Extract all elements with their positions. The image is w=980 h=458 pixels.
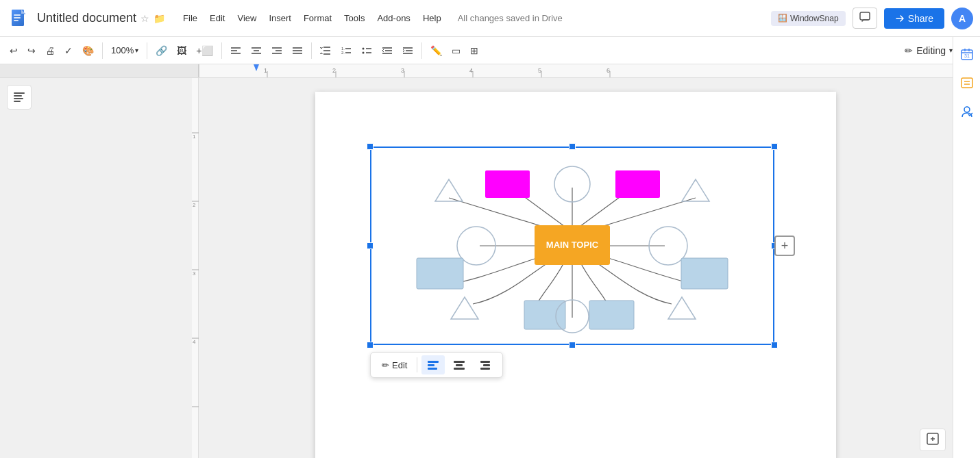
title-area: Untitled document ☆ 📁 — [37, 11, 165, 25]
svg-text:2.: 2. — [341, 51, 345, 55]
handle-br[interactable] — [771, 342, 778, 348]
svg-marker-48 — [254, 64, 259, 71]
comment-button[interactable] — [853, 8, 877, 29]
menu-file[interactable]: File — [177, 10, 203, 26]
decrease-indent-button[interactable] — [378, 42, 397, 59]
menu-tools[interactable]: Tools — [339, 10, 370, 26]
menu-help[interactable]: Help — [417, 10, 447, 26]
spell-check-button[interactable]: ✓ — [60, 42, 77, 59]
toolbar: ↩ ↪ 🖨 ✓ 🎨 100% ▾ 🔗 🖼 +⬜ 1.2. ✏️ ▭ ⊞ — [0, 37, 980, 64]
justify-button[interactable] — [288, 42, 307, 59]
redo-button[interactable]: ↪ — [23, 42, 40, 59]
svg-rect-87 — [454, 361, 465, 363]
toolbar-separator-4 — [311, 42, 312, 59]
svg-text:1: 1 — [264, 67, 267, 74]
svg-point-101 — [964, 107, 970, 112]
print-button[interactable]: 🖨 — [41, 42, 59, 59]
undo-button[interactable]: ↩ — [5, 42, 22, 59]
handle-bl[interactable] — [367, 342, 373, 348]
windowsnap-button[interactable]: 🪟 WindowSnap — [771, 11, 846, 26]
handle-tl[interactable] — [367, 143, 373, 150]
plus-button[interactable]: + — [774, 236, 795, 256]
inline-align-left-button[interactable] — [421, 355, 445, 374]
align-left-button[interactable] — [226, 42, 245, 59]
align-center-button[interactable] — [247, 42, 266, 59]
menu-insert[interactable]: Insert — [263, 10, 297, 26]
image-button[interactable]: 🖼 — [173, 42, 191, 59]
svg-rect-85 — [428, 364, 434, 366]
table-button[interactable]: ⊞ — [466, 42, 482, 59]
inline-align-center-button[interactable] — [448, 355, 471, 374]
svg-rect-58 — [14, 92, 25, 94]
diagram-svg: MAIN TOPIC — [370, 147, 774, 345]
folder-icon[interactable]: 📁 — [154, 13, 165, 24]
handle-ml[interactable] — [367, 242, 373, 249]
editing-mode-button[interactable]: ✏ Editing ▾ — [899, 42, 958, 59]
toolbar-separator-3 — [221, 42, 222, 59]
svg-rect-3 — [14, 17, 21, 18]
numbered-list-button[interactable]: 1.2. — [336, 42, 356, 59]
menu-view[interactable]: View — [232, 10, 262, 26]
bullet-list-button[interactable] — [357, 42, 376, 59]
svg-text:31: 31 — [964, 53, 970, 58]
main-content: 1 2 3 4 — [0, 78, 980, 458]
menu-edit[interactable]: Edit — [204, 10, 230, 26]
svg-rect-69 — [485, 170, 530, 198]
toolbar-separator-5 — [421, 42, 422, 59]
highlight-button[interactable]: ✏️ — [426, 42, 446, 59]
doc-icon — [7, 6, 32, 31]
svg-text:4: 4 — [193, 339, 196, 345]
edit-button[interactable]: ✏ Edit — [376, 357, 413, 374]
autosave-status: All changes saved in Drive — [458, 13, 563, 23]
page-nav-button[interactable] — [920, 429, 946, 451]
svg-rect-82 — [589, 301, 634, 329]
share-button[interactable]: Share — [884, 8, 944, 29]
zoom-dropdown[interactable]: 100% ▾ — [107, 43, 143, 58]
align-right-button[interactable] — [267, 42, 286, 59]
toolbar-separator-1 — [102, 42, 103, 59]
handle-tr[interactable] — [771, 143, 778, 150]
insert-button[interactable]: +⬜ — [192, 42, 217, 59]
doc-title[interactable]: Untitled document — [37, 11, 136, 25]
inline-toolbar-sep — [417, 357, 417, 372]
svg-rect-89 — [454, 368, 465, 370]
svg-rect-84 — [428, 361, 439, 363]
svg-text:2: 2 — [193, 202, 196, 208]
svg-text:5: 5 — [538, 67, 541, 74]
user-avatar[interactable]: A — [951, 8, 973, 29]
page-area[interactable]: MAIN TOPIC — [199, 78, 953, 458]
right-panel: 31 — [953, 37, 980, 458]
svg-rect-61 — [14, 101, 21, 102]
svg-rect-59 — [14, 95, 22, 97]
tasks-icon[interactable] — [957, 73, 977, 93]
increase-indent-button[interactable] — [398, 42, 417, 59]
svg-text:3: 3 — [193, 270, 196, 277]
svg-text:2: 2 — [332, 67, 336, 74]
menu-addons[interactable]: Add-ons — [371, 10, 415, 26]
handle-bm[interactable] — [569, 342, 576, 348]
svg-text:MAIN TOPIC: MAIN TOPIC — [546, 240, 599, 250]
handle-tm[interactable] — [569, 143, 576, 150]
svg-rect-98 — [961, 78, 972, 88]
svg-text:6: 6 — [607, 67, 610, 74]
inline-align-right-button[interactable] — [474, 355, 497, 374]
vertical-ruler: 1 2 3 4 — [192, 78, 199, 458]
menu-format[interactable]: Format — [298, 10, 337, 26]
calendar-icon[interactable]: 31 — [957, 44, 977, 64]
svg-point-25 — [363, 47, 365, 49]
link-button[interactable]: 🔗 — [151, 42, 171, 59]
contacts-icon[interactable] — [957, 101, 977, 122]
svg-rect-90 — [480, 361, 490, 363]
svg-rect-71 — [615, 170, 660, 198]
document-outline-button[interactable] — [7, 85, 32, 110]
border-button[interactable]: ▭ — [448, 42, 465, 59]
diagram-container[interactable]: MAIN TOPIC — [370, 147, 774, 345]
line-spacing-button[interactable] — [316, 42, 335, 59]
menu-bar: File Edit View Insert Format Tools Add-o… — [177, 10, 447, 26]
ruler: 1 2 3 4 5 6 — [0, 64, 980, 78]
top-right: 🪟 WindowSnap Share A — [771, 8, 973, 29]
paint-format-button[interactable]: 🎨 — [78, 42, 98, 59]
star-icon[interactable]: ☆ — [140, 13, 149, 24]
svg-rect-88 — [456, 364, 463, 366]
svg-rect-80 — [524, 301, 565, 329]
